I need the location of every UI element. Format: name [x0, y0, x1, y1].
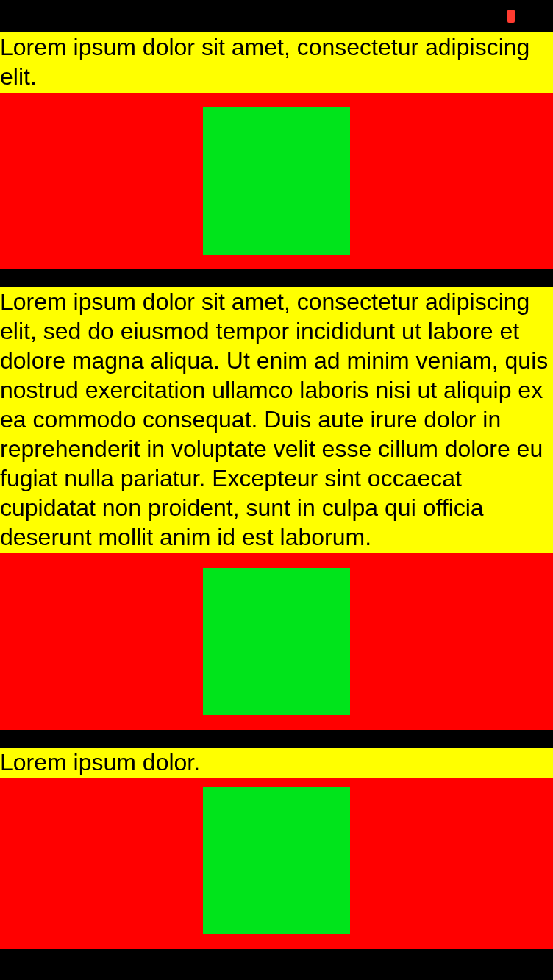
page-root: Lorem ipsum dolor sit amet, consectetur …	[0, 0, 553, 949]
list-item: Lorem ipsum dolor sit amet, consectetur …	[0, 32, 553, 269]
list-item: Lorem ipsum dolor.	[0, 748, 553, 949]
battery-icon	[507, 10, 515, 23]
list-item: Lorem ipsum dolor sit amet, consectetur …	[0, 287, 553, 730]
cell-text: Lorem ipsum dolor sit amet, consectetur …	[0, 287, 553, 553]
cell-image-placeholder	[203, 107, 350, 255]
cell-text: Lorem ipsum dolor sit amet, consectetur …	[0, 32, 553, 93]
cell-image-container	[0, 778, 553, 949]
cell-text: Lorem ipsum dolor.	[0, 748, 553, 778]
cell-image-placeholder	[203, 787, 350, 934]
cell-image-container	[0, 553, 553, 730]
cell-image-placeholder	[203, 568, 350, 715]
status-bar	[0, 0, 553, 32]
cell-image-container	[0, 93, 553, 269]
